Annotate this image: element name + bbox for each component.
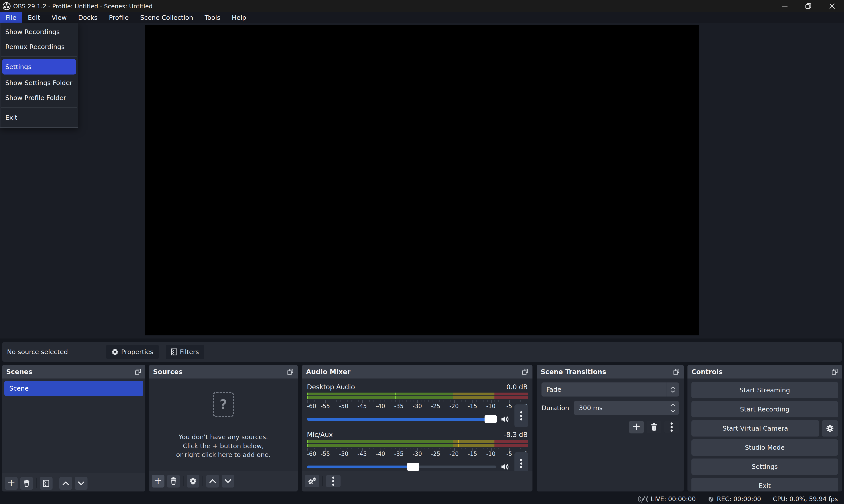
speaker-icon[interactable] <box>500 415 509 424</box>
speaker-icon[interactable] <box>500 463 509 471</box>
preview-canvas[interactable] <box>145 25 699 336</box>
db-scale: -60-55-50-45-40-35-30-25-20-15-10-50 <box>307 451 528 458</box>
trash-icon <box>651 423 657 431</box>
file-menu-show-profile-folder[interactable]: Show Profile Folder <box>0 90 78 105</box>
db-scale-label: -30 <box>413 403 422 410</box>
popout-icon[interactable] <box>831 368 838 375</box>
start-streaming-button[interactable]: Start Streaming <box>692 382 838 398</box>
gear-icon <box>826 425 834 432</box>
file-menu-remux-recordings[interactable]: Remux Recordings <box>0 39 78 54</box>
mixer-options-button[interactable] <box>326 475 341 487</box>
move-scene-down-button[interactable] <box>75 477 88 490</box>
title-bar: OBS 29.1.2 - Profile: Untitled - Scenes:… <box>0 0 844 12</box>
transition-select[interactable]: Fade <box>541 382 679 397</box>
scenes-panel: Scenes Scene + <box>2 365 145 491</box>
add-transition-button[interactable]: + <box>629 421 644 433</box>
db-scale-label: -55 <box>321 451 330 457</box>
settings-button[interactable]: Settings <box>692 458 838 475</box>
controls-title: Controls <box>692 368 723 376</box>
remove-scene-button[interactable] <box>20 477 33 490</box>
db-scale-label: -20 <box>449 451 459 457</box>
sources-empty-state[interactable]: ? You don't have any sources. Click the … <box>149 392 298 460</box>
obs-window: OBS 29.1.2 - Profile: Untitled - Scenes:… <box>0 0 844 504</box>
menu-profile[interactable]: Profile <box>103 12 134 23</box>
channel-name: Desktop Audio <box>307 383 355 391</box>
duration-spinner[interactable] <box>670 401 676 415</box>
properties-button[interactable]: Properties <box>106 345 159 359</box>
menu-docks[interactable]: Docks <box>73 12 103 23</box>
file-menu-show-recordings[interactable]: Show Recordings <box>0 24 78 39</box>
db-scale-label: -5 <box>506 403 512 410</box>
duration-spinbox[interactable]: 300 ms <box>574 401 679 415</box>
menu-edit[interactable]: Edit <box>22 12 46 23</box>
db-scale: -60-55-50-45-40-35-30-25-20-15-10-50 <box>307 403 528 411</box>
popout-icon[interactable] <box>673 368 680 375</box>
gear-icon <box>189 478 197 485</box>
virtual-camera-config-button[interactable] <box>822 420 838 436</box>
rec-time: REC: 00:00:00 <box>717 496 761 503</box>
studio-mode-button[interactable]: Studio Mode <box>692 439 838 456</box>
volume-slider[interactable] <box>307 418 497 421</box>
volume-slider-handle[interactable] <box>485 415 497 423</box>
channel-options-button[interactable] <box>515 404 528 427</box>
menu-help[interactable]: Help <box>226 12 252 23</box>
scene-list-item[interactable]: Scene <box>4 381 143 396</box>
chevron-up-icon <box>62 481 69 486</box>
empty-text-line: You don't have any sources. <box>149 433 298 442</box>
source-properties-button[interactable] <box>187 475 199 487</box>
volume-slider-handle[interactable] <box>407 463 419 471</box>
file-menu-show-settings-folder[interactable]: Show Settings Folder <box>0 75 78 90</box>
scene-transitions-title: Scene Transitions <box>541 368 606 376</box>
audio-mixer-panel: Audio Mixer Desktop Audio 0.0 dB -60-55-… <box>302 365 533 491</box>
source-status-text: No source selected <box>7 348 68 356</box>
toolbar-separator <box>322 476 323 486</box>
sources-toolbar: + <box>149 471 298 491</box>
move-source-down-button[interactable] <box>221 475 234 487</box>
start-virtual-camera-button[interactable]: Start Virtual Camera <box>692 420 819 436</box>
properties-label: Properties <box>121 348 154 356</box>
db-scale-label: -15 <box>468 403 477 410</box>
advanced-audio-button[interactable] <box>305 475 319 487</box>
stream-inactive-icon <box>639 496 648 503</box>
move-source-up-button[interactable] <box>206 475 219 487</box>
chevron-up-icon <box>209 479 216 483</box>
popout-icon[interactable] <box>135 368 141 375</box>
chevron-down-icon <box>225 479 231 483</box>
channel-name: Mic/Aux <box>307 431 333 438</box>
add-scene-button[interactable]: + <box>5 477 18 490</box>
menu-file[interactable]: File <box>0 12 22 23</box>
sources-panel-header: Sources <box>149 365 298 378</box>
popout-icon[interactable] <box>287 368 294 375</box>
sources-title: Sources <box>153 368 182 376</box>
menu-tools[interactable]: Tools <box>199 12 226 23</box>
db-scale-label: -45 <box>358 403 367 410</box>
menu-view[interactable]: View <box>46 12 73 23</box>
file-menu-settings[interactable]: Settings <box>2 59 76 74</box>
chevron-down-icon <box>670 410 676 412</box>
move-scene-up-button[interactable] <box>59 477 72 490</box>
filters-button[interactable]: Filters <box>166 345 204 359</box>
remove-transition-button[interactable] <box>647 421 661 433</box>
start-recording-button[interactable]: Start Recording <box>692 401 838 417</box>
minimize-button[interactable] <box>773 0 796 12</box>
select-spinner[interactable] <box>667 382 679 397</box>
add-source-button[interactable]: + <box>152 475 164 487</box>
channel-db-value: 0.0 dB <box>506 383 528 391</box>
filter-icon <box>171 348 177 356</box>
db-scale-label: -25 <box>431 403 440 410</box>
question-mark-icon: ? <box>213 392 234 417</box>
menu-scene-collection[interactable]: Scene Collection <box>134 12 199 23</box>
transition-options-button[interactable] <box>664 421 679 433</box>
close-button[interactable] <box>820 0 844 12</box>
chevron-up-icon <box>671 386 675 389</box>
duration-label: Duration <box>541 404 574 412</box>
volume-slider[interactable] <box>307 466 497 468</box>
restore-button[interactable] <box>796 0 820 12</box>
exit-button[interactable]: Exit <box>692 478 838 491</box>
db-scale-label: -25 <box>431 451 440 457</box>
scene-filters-button[interactable] <box>40 477 53 490</box>
file-menu-exit[interactable]: Exit <box>0 110 78 125</box>
transition-value: Fade <box>546 386 561 393</box>
remove-source-button[interactable] <box>167 475 180 487</box>
popout-icon[interactable] <box>522 368 528 375</box>
